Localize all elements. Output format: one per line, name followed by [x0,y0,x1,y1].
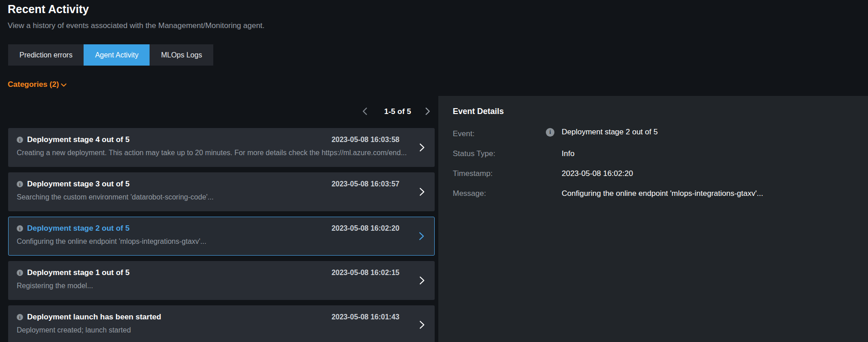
event-title: Deployment stage 3 out of 5 [27,180,130,189]
chevron-right-icon [419,143,425,152]
event-row: i Deployment stage 1 out of 5 2023-05-08… [17,268,426,277]
tab-prediction-errors[interactable]: Prediction errors [8,44,84,66]
event-details-title: Event Details [453,107,504,116]
event-timestamp: 2023-05-08 16:02:20 [332,224,399,233]
chevron-right-icon [425,107,431,116]
pagination-prev-button[interactable] [361,107,368,118]
event-timestamp: 2023-05-08 16:03:58 [332,136,399,144]
pagination-range-label: 1-5 of 5 [375,107,420,116]
event-row: i Deployment stage 3 out of 5 2023-05-08… [17,180,426,189]
event-description: Configuring the online endpoint 'mlops-i… [17,238,423,246]
info-icon: i [17,314,23,320]
chevron-right-icon [419,187,425,196]
event-list-item[interactable]: i Deployment stage 3 out of 5 2023-05-08… [8,172,435,211]
info-icon: i [17,225,23,232]
info-icon: i [546,128,554,137]
tab-bar: Prediction errors Agent Activity MLOps L… [8,44,213,66]
categories-dropdown-toggle[interactable]: Categories (2) [8,80,68,89]
event-row: i Deployment launch has been started 202… [17,313,426,322]
event-title: Deployment stage 4 out of 5 [27,135,130,144]
event-timestamp: 2023-05-08 16:02:15 [332,269,399,277]
info-icon: i [17,137,23,143]
detail-value-event: i Deployment stage 2 out of 5 [546,128,658,137]
detail-value-message: Configuring the online endpoint 'mlops-i… [562,189,763,198]
chevron-right-icon [419,232,424,241]
tab-agent-activity[interactable]: Agent Activity [84,44,150,66]
detail-label-event: Event: [453,129,474,138]
event-title: Deployment launch has been started [27,313,161,322]
event-timestamp: 2023-05-08 16:03:57 [332,180,399,188]
event-row: i Deployment stage 2 out of 5 2023-05-08… [17,224,426,233]
pagination-next-button[interactable] [425,107,431,118]
event-row: i Deployment stage 4 out of 5 2023-05-08… [17,135,426,144]
info-icon: i [17,270,23,276]
detail-label-timestamp: Timestamp: [453,169,493,178]
event-description: Searching the custom environment 'dataro… [17,193,423,201]
event-timestamp: 2023-05-08 16:01:43 [332,313,399,321]
event-list-item[interactable]: i Deployment launch has been started 202… [8,305,435,342]
event-list-item[interactable]: i Deployment stage 4 out of 5 2023-05-08… [8,128,435,167]
page-subtitle: View a history of events associated with… [8,21,265,30]
detail-event-text: Deployment stage 2 out of 5 [562,128,658,137]
chevron-left-icon [361,107,368,116]
detail-value-timestamp: 2023-05-08 16:02:20 [562,169,633,178]
event-list-item-selected[interactable]: i Deployment stage 2 out of 5 2023-05-08… [8,217,435,256]
page-title: Recent Activity [8,3,89,16]
detail-label-status-type: Status Type: [453,149,495,158]
tab-mlops-logs[interactable]: MLOps Logs [150,44,213,66]
event-title: Deployment stage 2 out of 5 [27,224,130,233]
event-description: Deployment created; launch started [17,326,423,334]
detail-label-message: Message: [453,189,486,198]
detail-value-status-type: Info [562,149,574,158]
event-list-item[interactable]: i Deployment stage 1 out of 5 2023-05-08… [8,261,435,300]
categories-label: Categories (2) [8,80,59,89]
chevron-down-icon [60,81,68,89]
event-details-panel: Event Details Event: i Deployment stage … [438,96,868,342]
chevron-right-icon [419,276,425,285]
info-icon: i [17,181,23,187]
event-title: Deployment stage 1 out of 5 [27,268,130,277]
chevron-right-icon [419,320,425,329]
event-description: Creating a new deployment. This action m… [17,149,423,157]
recent-activity-screen: Recent Activity View a history of events… [0,0,868,342]
event-description: Registering the model... [17,282,423,290]
